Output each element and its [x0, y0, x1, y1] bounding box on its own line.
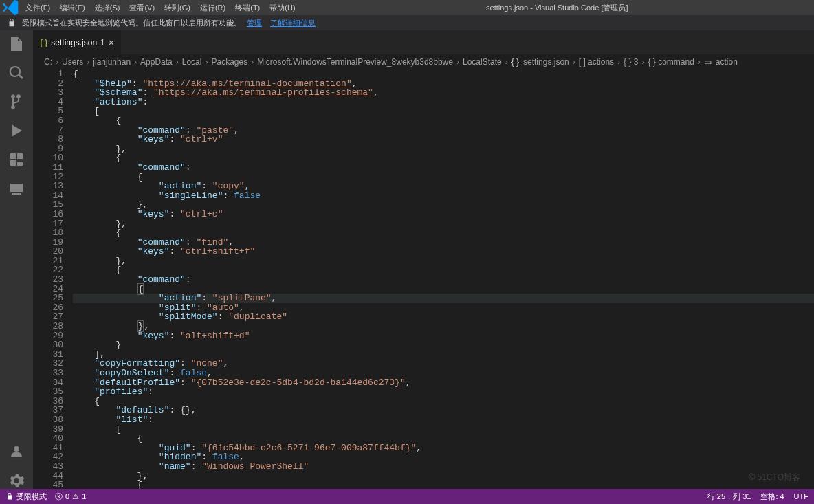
search-icon[interactable] — [8, 65, 25, 81]
breadcrumb-item[interactable]: action — [716, 57, 738, 67]
restricted-text: 受限模式旨在实现安全地浏览代码。信任此窗口以启用所有功能。 — [22, 18, 241, 28]
status-cursor-pos[interactable]: 行 25，列 31 — [707, 492, 751, 502]
status-problems[interactable]: ⓧ0 ⚠1 — [55, 492, 86, 502]
svg-point-0 — [14, 446, 19, 452]
tab-settings-json[interactable]: { } settings.json 1 × — [33, 30, 122, 54]
extensions-icon[interactable] — [8, 151, 25, 168]
menu-go[interactable]: 转到(G) — [160, 1, 195, 14]
status-encoding[interactable]: UTF — [794, 492, 808, 501]
status-indent[interactable]: 空格: 4 — [760, 492, 784, 502]
run-debug-icon[interactable] — [8, 122, 25, 139]
breadcrumb-item[interactable]: Users — [62, 57, 83, 67]
vscode-logo-icon — [0, 0, 21, 18]
breadcrumb-item[interactable]: Packages — [211, 57, 248, 67]
tab-modified-badge: 1 — [100, 38, 105, 47]
breadcrumb-item[interactable]: LocalState — [463, 57, 502, 67]
breadcrumb-item[interactable]: settings.json — [523, 57, 569, 67]
window-title: settings.json - Visual Studio Code [管理员] — [300, 3, 814, 13]
settings-gear-icon[interactable] — [8, 472, 25, 489]
restricted-mode-bar: 受限模式旨在实现安全地浏览代码。信任此窗口以启用所有功能。 管理 了解详细信息 — [0, 15, 814, 30]
remote-icon[interactable] — [8, 180, 25, 197]
lock-icon — [7, 18, 16, 28]
menu-help[interactable]: 帮助(H) — [265, 1, 300, 14]
breadcrumb-item[interactable]: C: — [44, 57, 52, 67]
breadcrumb-item[interactable]: AppData — [140, 57, 173, 67]
status-bar: 受限模式 ⓧ0 ⚠1 行 25，列 31 空格: 4 UTF — [0, 489, 814, 504]
learn-more-link[interactable]: 了解详细信息 — [270, 18, 316, 28]
close-icon[interactable]: × — [109, 37, 114, 48]
breadcrumb-item[interactable]: { } command — [648, 57, 694, 67]
source-control-icon[interactable] — [8, 94, 25, 110]
breadcrumb-item[interactable]: [ ] actions — [579, 57, 614, 67]
menu-terminal[interactable]: 终端(T) — [230, 1, 265, 14]
code-content[interactable]: { "$help": "https://aka.ms/terminal-docu… — [73, 69, 814, 489]
json-file-icon: { } — [40, 38, 47, 47]
activity-bar — [0, 30, 33, 489]
breadcrumb-item[interactable]: { } 3 — [624, 57, 638, 67]
title-bar: 文件(F) 编辑(E) 选择(S) 查看(V) 转到(G) 运行(R) 终端(T… — [0, 0, 814, 15]
breadcrumb[interactable]: C:› Users› jianjunhan› AppData› Local› P… — [33, 54, 814, 69]
breadcrumb-item[interactable]: jianjunhan — [93, 57, 131, 67]
menu-view[interactable]: 查看(V) — [124, 1, 160, 14]
manage-link[interactable]: 管理 — [247, 18, 262, 28]
line-gutter: 1234567891011121314151617181920212223242… — [33, 69, 73, 489]
menu-file[interactable]: 文件(F) — [21, 1, 55, 14]
watermark: © 51CTO博客 — [749, 472, 800, 483]
explorer-icon[interactable] — [8, 36, 25, 52]
menu-edit[interactable]: 编辑(E) — [55, 1, 90, 14]
accounts-icon[interactable] — [8, 443, 25, 460]
editor[interactable]: 1234567891011121314151617181920212223242… — [33, 69, 814, 489]
menu-selection[interactable]: 选择(S) — [90, 1, 125, 14]
lock-icon — [6, 492, 14, 501]
breadcrumb-item[interactable]: Local — [182, 57, 202, 67]
tab-label: settings.json — [51, 38, 97, 47]
menu-run[interactable]: 运行(R) — [195, 1, 230, 14]
status-restricted[interactable]: 受限模式 — [6, 492, 47, 502]
breadcrumb-item[interactable]: Microsoft.WindowsTerminalPreview_8wekyb3… — [257, 57, 453, 67]
tab-bar: { } settings.json 1 × — [33, 30, 814, 54]
